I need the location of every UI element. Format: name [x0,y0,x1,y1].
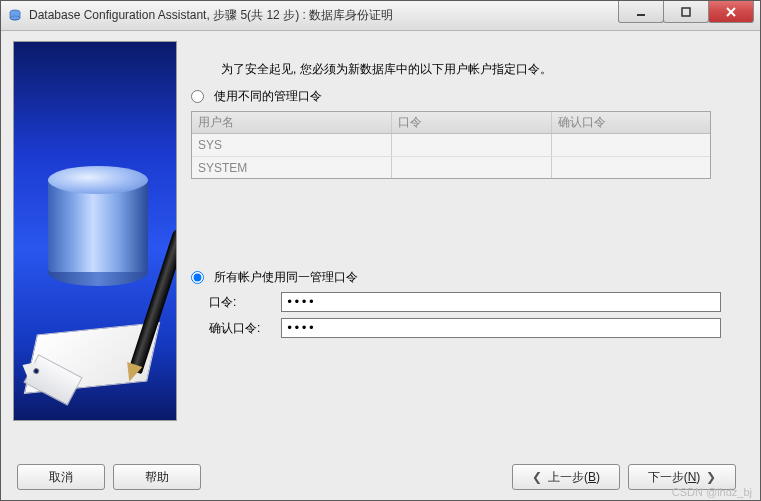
help-button[interactable]: 帮助 [113,464,201,490]
cell-password [392,134,552,156]
minimize-button[interactable] [618,1,664,23]
table-body: SYS SYSTEM [192,134,710,178]
confirm-password-input[interactable] [281,318,721,338]
confirm-password-row: 确认口令: [209,318,748,338]
window: Database Configuration Assistant, 步骤 5(共… [0,0,761,501]
back-button[interactable]: ❮ 上一步(B) [512,464,620,490]
option-different-passwords-label: 使用不同的管理口令 [214,88,322,105]
table-row: SYSTEM [192,156,710,178]
table-row: SYS [192,134,710,156]
cell-username: SYS [192,134,392,156]
content-row: 为了安全起见, 您必须为新数据库中的以下用户帐户指定口令。 使用不同的管理口令 … [13,41,748,458]
cancel-button-label: 取消 [49,469,73,486]
minimize-icon [635,6,647,18]
password-label: 口令: [209,294,281,311]
cell-password [392,157,552,178]
option-same-password-label: 所有帐户使用同一管理口令 [214,269,358,286]
cell-username: SYSTEM [192,157,392,178]
next-button-label: 下一步(N) [648,469,701,486]
radio-same-password[interactable] [191,271,204,284]
footer: 取消 帮助 ❮ 上一步(B) 下一步(N) ❯ [13,458,748,492]
back-button-label: 上一步(B) [548,469,600,486]
cancel-button[interactable]: 取消 [17,464,105,490]
chevron-left-icon: ❮ [532,470,542,484]
chevron-right-icon: ❯ [706,470,716,484]
window-controls [618,1,760,30]
form-area: 为了安全起见, 您必须为新数据库中的以下用户帐户指定口令。 使用不同的管理口令 … [191,41,748,458]
radio-different-passwords[interactable] [191,90,204,103]
client-area: 为了安全起见, 您必须为新数据库中的以下用户帐户指定口令。 使用不同的管理口令 … [1,31,760,500]
password-input[interactable] [281,292,721,312]
col-password: 口令 [392,112,552,133]
cell-confirm [552,157,712,178]
col-username: 用户名 [192,112,392,133]
confirm-password-label: 确认口令: [209,320,281,337]
option-different-passwords[interactable]: 使用不同的管理口令 [191,88,748,105]
cell-confirm [552,134,712,156]
col-confirm-password: 确认口令 [552,112,712,133]
maximize-icon [680,6,692,18]
help-button-label: 帮助 [145,469,169,486]
password-row: 口令: [209,292,748,312]
close-icon [725,6,737,18]
user-password-table: 用户名 口令 确认口令 SYS SYSTEM [191,111,711,179]
table-header-row: 用户名 口令 确认口令 [192,112,710,134]
svg-rect-3 [682,8,690,16]
intro-text: 为了安全起见, 您必须为新数据库中的以下用户帐户指定口令。 [221,61,748,78]
pen-icon [80,232,177,402]
maximize-button[interactable] [663,1,709,23]
window-title: Database Configuration Assistant, 步骤 5(共… [29,7,393,24]
next-button[interactable]: 下一步(N) ❯ [628,464,736,490]
app-icon [7,8,23,24]
close-button[interactable] [708,1,754,23]
wizard-banner [13,41,177,421]
option-same-password[interactable]: 所有帐户使用同一管理口令 [191,269,748,286]
titlebar[interactable]: Database Configuration Assistant, 步骤 5(共… [1,1,760,31]
